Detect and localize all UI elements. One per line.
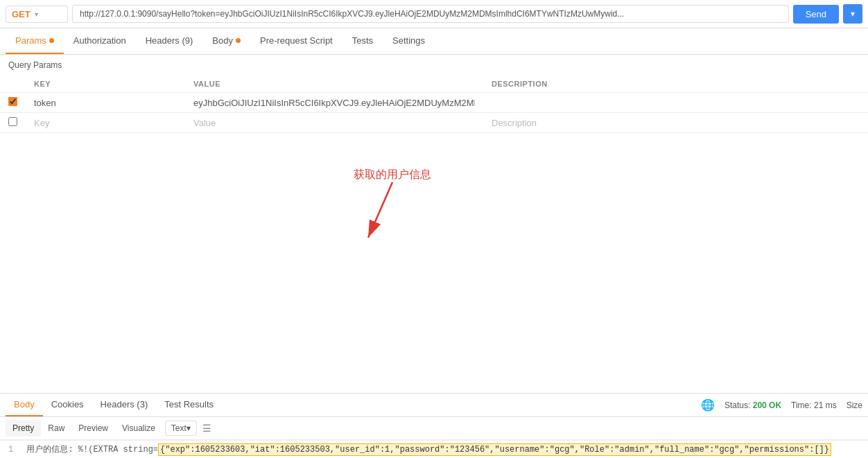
fmt-tab-preview-label: Preview [78,423,108,433]
tab-tests[interactable]: Tests [342,28,383,54]
resp-tab-body[interactable]: Body [6,394,43,416]
method-label: GET [12,9,31,19]
format-tabs-row: Pretty Raw Preview Visualize Text ▾ ☰ [0,417,868,440]
tab-settings-label: Settings [392,35,425,46]
resp-tab-testresults-label: Test Results [164,399,214,409]
method-selector[interactable]: GET ▾ [6,6,68,23]
text-selector-label: Text [171,423,186,433]
status-value: 200 OK [753,400,781,410]
tab-prerequest[interactable]: Pre-request Script [250,28,342,54]
tab-headers-label: Headers (9) [146,35,193,46]
method-dropdown-arrow: ▾ [35,10,38,18]
placeholder-key-input[interactable] [34,118,177,128]
placeholder-value-cell [185,113,483,133]
text-format-selector[interactable]: Text ▾ [165,421,197,436]
request-tabs: Params Authorization Headers (9) Body Pr… [0,28,868,55]
svg-line-1 [368,182,392,238]
text-selector-arrow: ▾ [186,423,191,433]
response-tabs-row: Body Cookies Headers (3) Test Results 🌐 … [0,393,868,417]
placeholder-description-input[interactable] [492,118,860,128]
col-header-value: VALUE [185,76,483,93]
fmt-tab-raw[interactable]: Raw [41,420,71,437]
resp-tab-cookies[interactable]: Cookies [43,394,92,416]
url-bar: GET ▾ Send ▾ [0,0,868,28]
time-label-text: Time: [791,400,812,410]
resp-tab-cookies-label: Cookies [51,399,84,409]
send-button[interactable]: Send [793,5,839,24]
response-content: 1 用户的信息: %!(EXTRA string={"exp":16052336… [0,440,868,458]
params-dot [49,38,54,43]
response-meta: 🌐 Status: 200 OK Time: 21 ms Size [701,398,862,412]
tab-tests-label: Tests [352,35,373,46]
placeholder-checkbox[interactable] [8,117,17,126]
col-header-checkbox [0,76,26,93]
response-json-value: {"exp":1605233603,"iat":1605233503,"user… [158,443,831,456]
placeholder-description-cell [483,113,868,133]
row-checkbox-cell [0,93,26,113]
row-description-cell [483,93,868,113]
line-number: 1 [8,445,13,455]
fmt-tab-visualize[interactable]: Visualize [115,420,162,437]
fmt-tab-preview[interactable]: Preview [71,420,115,437]
row-key-input[interactable] [34,98,177,108]
tab-headers[interactable]: Headers (9) [136,28,203,54]
table-placeholder-row [0,113,868,133]
placeholder-key-cell [26,113,185,133]
row-description-input[interactable] [492,98,860,108]
url-input[interactable] [72,5,789,23]
save-dropdown-arrow: ▾ [851,9,855,19]
query-params-section: Query Params KEY VALUE DESCRIPTION [0,55,868,133]
bottom-wrapper: Body Cookies Headers (3) Test Results 🌐 … [0,393,868,458]
tab-params[interactable]: Params [6,28,64,54]
table-row [0,93,868,113]
time-label: Time: 21 ms [791,400,837,410]
fmt-tab-pretty[interactable]: Pretty [6,420,41,437]
tab-params-label: Params [15,35,46,46]
placeholder-value-input[interactable] [193,118,475,128]
resp-tab-testresults[interactable]: Test Results [156,394,222,416]
middle-area: 获取的用户信息 [0,133,868,327]
body-dot [236,38,241,43]
tab-settings[interactable]: Settings [383,28,435,54]
col-header-key: KEY [26,76,185,93]
placeholder-checkbox-cell [0,113,26,133]
globe-icon: 🌐 [701,398,715,412]
query-params-label: Query Params [0,55,868,76]
status-label: Status: 200 OK [724,400,781,410]
resp-tab-body-label: Body [14,399,35,409]
status-label-text: Status: [724,400,750,410]
save-dropdown-button[interactable]: ▾ [843,4,862,24]
fmt-tab-raw-label: Raw [48,423,64,433]
response-prefix: 用户的信息: %!(EXTRA string= [26,445,158,455]
format-align-icon[interactable]: ☰ [202,423,211,434]
params-table: KEY VALUE DESCRIPTION [0,76,868,133]
row-value-cell [185,93,483,113]
tab-authorization[interactable]: Authorization [64,28,136,54]
annotation-arrow-icon [365,182,420,252]
col-header-description: DESCRIPTION [483,76,868,93]
tab-authorization-label: Authorization [73,35,126,46]
fmt-tab-pretty-label: Pretty [12,423,34,433]
row-key-cell [26,93,185,113]
time-value: 21 ms [814,400,837,410]
tab-body[interactable]: Body [202,28,250,54]
fmt-tab-visualize-label: Visualize [122,423,155,433]
tab-body-label: Body [212,35,233,46]
row-value-input[interactable] [193,98,475,108]
size-label: Size [847,400,862,410]
resp-tab-headers[interactable]: Headers (3) [92,394,157,416]
annotation-text: 获取的用户信息 [354,168,431,182]
resp-tab-headers-label: Headers (3) [101,399,148,409]
row-checkbox[interactable] [8,97,17,106]
tab-prerequest-label: Pre-request Script [260,35,333,46]
annotation: 获取的用户信息 [354,168,431,252]
